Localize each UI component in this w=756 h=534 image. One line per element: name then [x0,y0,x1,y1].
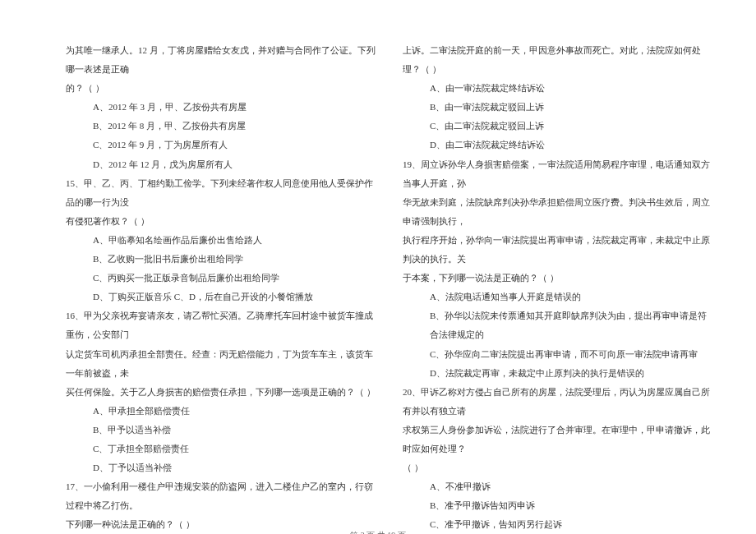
q19-stem-1: 19、周立诉孙华人身损害赔偿案，一审法院适用简易程序审理，电话通知双方当事人开庭… [403,155,715,193]
q17-stem-2: 下列哪一种说法是正确的？（ ） [66,515,378,534]
q14-option-b: B、2012 年 8 月，甲、乙按份共有房屋 [66,117,378,136]
q18-option-b: B、由一审法院裁定驳回上诉 [403,98,715,117]
q18-option-c: C、由二审法院裁定驳回上诉 [403,117,715,136]
right-column: 上诉。二审法院开庭的前一天，甲因意外事故而死亡。对此，法院应如何处理？（ ） A… [403,41,715,501]
q18-option-a: A、由一审法院裁定终结诉讼 [403,79,715,98]
q16-stem-3: 买任何保险。关于乙人身损害的赔偿责任承担，下列哪一选项是正确的？（ ） [66,383,378,402]
q20-option-c: C、准予甲撤诉，告知丙另行起诉 [403,515,715,534]
q14-option-c: C、2012 年 9 月，丁为房屋所有人 [66,136,378,154]
q19-stem-4: 于本案，下列哪一说法是正确的？（ ） [403,269,715,288]
q15-option-c: C、丙购买一批正版录音制品后廉价出租给同学 [66,269,378,288]
q19-stem-3: 执行程序开始，孙华向一审法院提出再审申请，法院裁定再审，未裁定中止原判决的执行。… [403,231,715,269]
q19-option-c: C、孙华应向二审法院提出再审申请，而不可向原一审法院申请再审 [403,345,715,364]
left-column: 为其唯一继承人。12 月，丁将房屋赠给女友戊，并对赠与合同作了公证。下列哪一表述… [66,41,378,501]
q14-option-a: A、2012 年 3 月，甲、乙按份共有房屋 [66,98,378,117]
q14-option-d: D、2012 年 12 月，戊为房屋所有人 [66,155,378,174]
q15-stem-2: 有侵犯著作权？（ ） [66,212,378,231]
page-content: 为其唯一继承人。12 月，丁将房屋赠给女友戊，并对赠与合同作了公证。下列哪一表述… [0,0,756,526]
q19-option-b: B、孙华以法院未传票通知其开庭即缺席判决为由，提出再审申请是符合法律规定的 [403,306,715,344]
q14-continuation: 为其唯一继承人。12 月，丁将房屋赠给女友戊，并对赠与合同作了公证。下列哪一表述… [66,41,378,79]
q15-option-d: D、丁购买正版音乐 C、D，后在自己开设的小餐馆播放 [66,288,378,306]
q19-option-a: A、法院电话通知当事人开庭是错误的 [403,288,715,306]
q16-option-b: B、甲予以适当补偿 [66,421,378,440]
q18-continuation: 上诉。二审法院开庭的前一天，甲因意外事故而死亡。对此，法院应如何处理？（ ） [403,41,715,79]
q20-stem-3: （ ） [403,458,715,477]
q16-option-c: C、丁承担全部赔偿责任 [66,440,378,458]
q18-option-d: D、由二审法院裁定终结诉讼 [403,136,715,154]
q15-stem-1: 15、甲、乙、丙、丁相约勤工俭学。下列未经著作权人同意使用他人受保护作品的哪一行… [66,174,378,212]
q19-option-d: D、法院裁定再审，未裁定中止原判决的执行是错误的 [403,364,715,383]
q19-stem-2: 华无故未到庭，法院缺席判决孙华承担赔偿周立医疗费。判决书生效后，周立申请强制执行… [403,193,715,231]
q16-option-a: A、甲承担全部赔偿责任 [66,402,378,421]
q16-stem-1: 16、甲为父亲祝寿宴请亲友，请乙帮忙买酒。乙骑摩托车回村途中被货车撞成重伤，公安… [66,306,378,344]
q16-stem-2: 认定货车司机丙承担全部责任。经查：丙无赔偿能力，丁为货车车主，该货车一年前被盗，… [66,345,378,383]
q20-stem-2: 求权第三人身份参加诉讼，法院进行了合并审理。在审理中，甲申请撤诉，此时应如何处理… [403,421,715,458]
q15-option-a: A、甲临摹知名绘画作品后廉价出售给路人 [66,231,378,250]
q16-option-d: D、丁予以适当补偿 [66,458,378,477]
q20-stem-1: 20、甲诉乙称对方侵占自己所有的房屋，法院受理后，丙认为房屋应属自己所有并以有独… [403,383,715,421]
q20-option-b: B、准予甲撤诉告知丙申诉 [403,496,715,515]
q15-option-b: B、乙收购一批旧书后廉价出租给同学 [66,250,378,269]
q14-stem-end: 的？（ ） [66,79,378,98]
q20-option-a: A、不准甲撤诉 [403,477,715,496]
q17-stem-1: 17、一小偷利用一楼住户甲违规安装的防盗网，进入二楼住户乙的室内，行窃过程中将乙… [66,477,378,515]
